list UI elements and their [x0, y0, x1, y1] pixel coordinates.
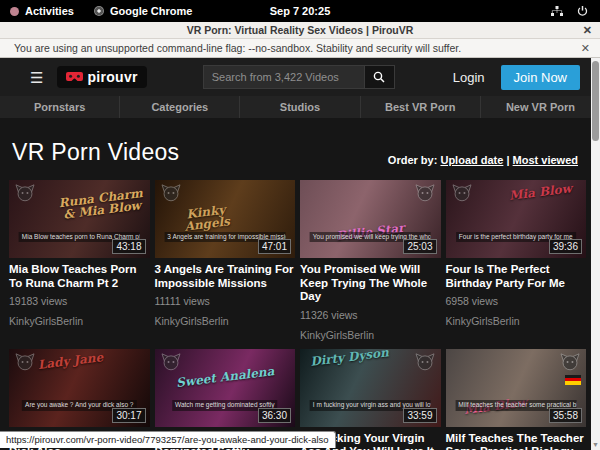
- studio-watermark-cat-icon: [452, 184, 472, 202]
- video-card[interactable]: Kinky Angels 3 Angels are training for i…: [155, 180, 296, 341]
- window-close-icon[interactable]: ✕: [583, 24, 592, 37]
- order-by: Order by: Upload date | Most viewed: [388, 154, 578, 166]
- video-views: 11111 views: [155, 295, 296, 307]
- window-title: VR Porn: Virtual Reality Sex Videos | Pi…: [187, 24, 414, 36]
- search-input[interactable]: [203, 65, 365, 89]
- video-views: 11326 views: [300, 309, 441, 321]
- thumbnail-overlay-title: Dirty Dyson: [306, 349, 394, 368]
- duration-badge: 30:17: [112, 408, 145, 423]
- thumbnail-overlay-title: Kinky Angels: [161, 201, 250, 236]
- search-bar: [203, 65, 395, 89]
- order-upload-date-link[interactable]: Upload date: [440, 154, 503, 166]
- order-separator: |: [503, 154, 512, 166]
- nav-item-categories[interactable]: Categories: [120, 96, 240, 118]
- video-grid: Runa Charm & Mia Blow Mia Blow teaches p…: [0, 180, 600, 450]
- video-views: 6958 views: [446, 295, 587, 307]
- studio-watermark-cat-icon: [560, 353, 580, 371]
- chrome-infobar: You are using an unsupported command-lin…: [0, 39, 600, 58]
- studio-watermark-cat-icon: [415, 184, 435, 202]
- search-button[interactable]: [365, 65, 395, 89]
- thumbnail-overlay-title: Runa Charm & Mia Blow: [57, 187, 146, 222]
- video-card[interactable]: Mia Blow Milf teaches the teacher some p…: [446, 349, 587, 450]
- video-thumbnail[interactable]: Kinky Angels 3 Angels are training for i…: [155, 180, 296, 258]
- german-flag-icon: [565, 375, 581, 385]
- scrollbar-track[interactable]: ▼: [591, 58, 600, 450]
- network-tree-icon[interactable]: [551, 6, 563, 17]
- scrollbar-down-arrow-icon[interactable]: ▼: [591, 441, 600, 448]
- studio-watermark-cat-icon: [15, 184, 35, 202]
- video-card[interactable]: Mia Blow Four is the perfect birthday pa…: [446, 180, 587, 341]
- duration-badge: 35:58: [549, 408, 582, 423]
- site-logo[interactable]: pirouvr: [57, 66, 146, 88]
- join-now-button[interactable]: Join Now: [501, 65, 580, 90]
- search-icon: [373, 71, 385, 83]
- nav-item-best-vr-porn[interactable]: Best VR Porn: [361, 96, 481, 118]
- studio-watermark-cat-icon: [161, 184, 181, 202]
- nav-item-new-vr-porn[interactable]: New VR Porn: [481, 96, 600, 118]
- studio-link[interactable]: KinkyGirlsBerlin: [155, 315, 296, 327]
- login-link[interactable]: Login: [453, 70, 485, 85]
- video-thumbnail[interactable]: Sweet Analena Watch me getting dominated…: [155, 349, 296, 427]
- desktop-screen: Activities Google Chrome Sep 7 20:25 VR …: [0, 0, 600, 450]
- page-head: VR Porn Videos Order by: Upload date | M…: [0, 118, 600, 180]
- video-thumbnail[interactable]: Dirty Dyson I m fucking your virgin ass …: [300, 349, 441, 427]
- site-logo-text: pirouvr: [87, 69, 137, 85]
- video-thumbnail[interactable]: Runa Charm & Mia Blow Mia Blow teaches p…: [9, 180, 150, 258]
- video-thumbnail[interactable]: Lady Jane Are you awake ? And your dick …: [9, 349, 150, 427]
- duration-badge: 39:36: [549, 239, 582, 254]
- window-title-bar: VR Porn: Virtual Reality Sex Videos | Pi…: [0, 22, 600, 39]
- order-by-label: Order by:: [388, 154, 438, 166]
- hamburger-menu-icon[interactable]: ☰: [30, 70, 43, 85]
- main-nav: PornstarsCategoriesStudiosBest VR PornNe…: [0, 96, 600, 118]
- duration-badge: 43:18: [112, 239, 145, 254]
- video-title-link[interactable]: You Promised We Will Keep Trying The Who…: [300, 263, 441, 304]
- studio-link[interactable]: KinkyGirlsBerlin: [9, 315, 150, 327]
- studio-link[interactable]: KinkyGirlsBerlin: [446, 315, 587, 327]
- thumbnail-overlay-title: Mia Blow: [496, 181, 584, 204]
- video-card[interactable]: Billie Star You promised we will keep tr…: [300, 180, 441, 341]
- page-title: VR Porn Videos: [12, 139, 179, 166]
- activities-indicator-icon: [10, 7, 19, 16]
- video-thumbnail[interactable]: Mia Blow Four is the perfect birthday pa…: [446, 180, 587, 258]
- vr-headset-icon: [66, 72, 83, 83]
- video-title-link[interactable]: 3 Angels Are Training For Impossible Mis…: [155, 263, 296, 290]
- video-card[interactable]: Runa Charm & Mia Blow Mia Blow teaches p…: [9, 180, 150, 341]
- video-thumbnail[interactable]: Billie Star You promised we will keep tr…: [300, 180, 441, 258]
- video-thumbnail[interactable]: Mia Blow Milf teaches the teacher some p…: [446, 349, 587, 427]
- thumbnail-overlay-title: Lady Jane: [27, 349, 115, 372]
- studio-link[interactable]: KinkyGirlsBerlin: [300, 329, 441, 341]
- duration-badge: 47:01: [258, 239, 291, 254]
- site-header: ☰ pirouvr Login Join Now: [0, 58, 600, 96]
- studio-watermark-cat-icon: [415, 353, 435, 371]
- studio-watermark-cat-icon: [161, 353, 181, 371]
- order-most-viewed-link[interactable]: Most viewed: [513, 154, 578, 166]
- gnome-top-bar: Activities Google Chrome Sep 7 20:25: [0, 0, 600, 22]
- video-title-link[interactable]: Mia Blow Teaches Porn To Runa Charm Pt 2: [9, 263, 150, 290]
- duration-badge: 36:30: [258, 408, 291, 423]
- power-icon[interactable]: [577, 6, 588, 17]
- browser-viewport: ☰ pirouvr Login Join Now: [0, 58, 600, 450]
- chrome-app-icon: [94, 6, 104, 16]
- video-title-link[interactable]: Milf Teaches The Teacher Some Practical …: [446, 432, 587, 450]
- infobar-message: You are using an unsupported command-lin…: [0, 42, 461, 54]
- duration-badge: 33:59: [403, 408, 436, 423]
- nav-item-studios[interactable]: Studios: [240, 96, 360, 118]
- chrome-app-menu[interactable]: Google Chrome: [110, 5, 193, 17]
- video-title-link[interactable]: Four Is The Perfect Birthday Party For M…: [446, 263, 587, 290]
- nav-item-pornstars[interactable]: Pornstars: [0, 96, 120, 118]
- status-url-bar: https://pirouvr.com/vr-porn-video/779325…: [0, 431, 336, 448]
- video-views: 19183 views: [9, 295, 150, 307]
- duration-badge: 25:03: [403, 239, 436, 254]
- infobar-close-icon[interactable]: ✕: [581, 42, 590, 55]
- scrollbar-thumb[interactable]: [592, 61, 599, 141]
- activities-button[interactable]: Activities: [25, 5, 74, 17]
